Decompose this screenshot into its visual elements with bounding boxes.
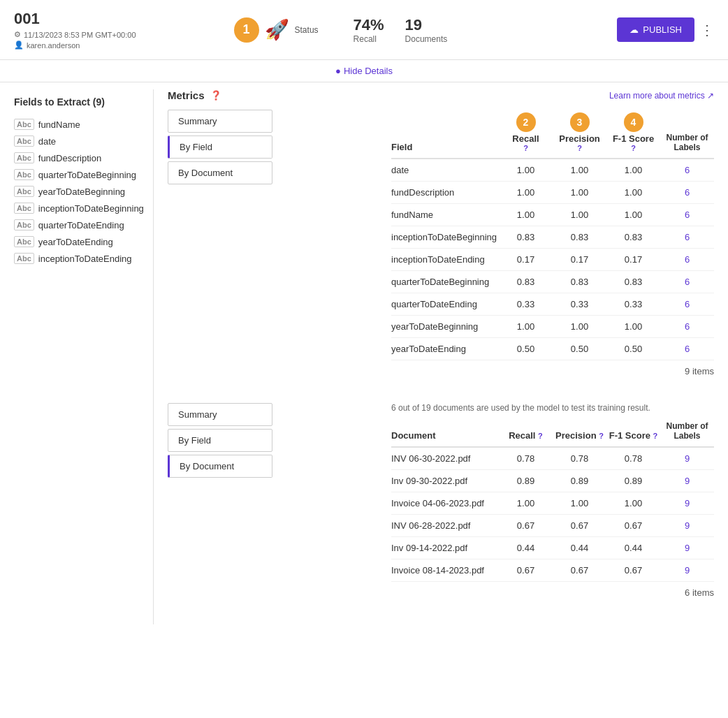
cell-precision: 1.00 [553, 321, 606, 332]
cell-doc-f1: 0.78 [606, 453, 660, 464]
cell-f1: 1.00 [606, 321, 660, 332]
cell-precision: 0.83 [553, 232, 606, 242]
cell-recall: 0.83 [499, 232, 553, 242]
cell-precision: 0.17 [553, 254, 606, 265]
more-options-icon[interactable]: ⋮ [700, 22, 714, 38]
table-row: inceptionToDateBeginning 0.83 0.83 0.83 … [391, 226, 714, 249]
cell-labels[interactable]: 6 [660, 344, 714, 354]
tab-summary-bottom[interactable]: Summary [168, 403, 272, 426]
documents-stat: 19 Documents [405, 16, 448, 44]
table-row: Invoice 04-06-2023.pdf 1.00 1.00 1.00 9 [391, 492, 714, 515]
cell-f1: 0.33 [606, 299, 660, 309]
tab-summary-top[interactable]: Summary [168, 110, 272, 133]
field-type-icon: Abc [14, 236, 34, 247]
documents-value: 19 [405, 16, 448, 34]
table-row: Inv 09-30-2022.pdf 0.89 0.89 0.89 9 [391, 470, 714, 492]
badge-3: 3 [570, 112, 590, 132]
by-document-table-header: Document Recall ? Precision ? F-1 Score [391, 418, 714, 448]
field-name: quarterToDateEnding [38, 220, 124, 230]
cell-doc-labels[interactable]: 9 [660, 476, 714, 486]
table-row: yearToDateEnding 0.50 0.50 0.50 6 [391, 338, 714, 360]
header-actions: ☁ PUBLISH ⋮ [617, 17, 714, 42]
cell-doc-labels[interactable]: 9 [660, 453, 714, 464]
by-document-items-count: 6 items [391, 582, 714, 603]
f1-hint-icon[interactable]: ? [631, 144, 636, 152]
table-row: quarterToDateEnding 0.33 0.33 0.33 6 [391, 293, 714, 316]
cell-document: INV 06-28-2022.pdf [391, 520, 499, 531]
cell-doc-precision: 0.67 [553, 565, 606, 576]
cell-doc-labels[interactable]: 9 [660, 520, 714, 531]
tab-by-document-top[interactable]: By Document [168, 161, 272, 184]
table-row: fundName 1.00 1.00 1.00 6 [391, 204, 714, 226]
field-type-icon: Abc [14, 186, 34, 197]
table-row: quarterToDateBeginning 0.83 0.83 0.83 6 [391, 271, 714, 293]
cell-f1: 1.00 [606, 165, 660, 175]
cell-recall: 0.83 [499, 277, 553, 287]
cell-doc-precision: 0.78 [553, 453, 606, 464]
cell-recall: 1.00 [499, 187, 553, 198]
field-name: fundDescription [38, 153, 101, 163]
cell-precision: 0.33 [553, 299, 606, 309]
cell-labels[interactable]: 6 [660, 232, 714, 242]
header-date: ⚙ 11/13/2023 8:53 PM GMT+00:00 [14, 30, 136, 39]
by-field-table-header: Field 2 Recall ? 3 Prec [391, 110, 714, 159]
cell-precision: 0.50 [553, 344, 606, 354]
table-row: Inv 09-14-2022.pdf 0.44 0.44 0.44 9 [391, 537, 714, 559]
cell-labels[interactable]: 6 [660, 321, 714, 332]
badge-4: 4 [624, 112, 643, 132]
top-nav-tabs: Summary By Field By Document [168, 110, 272, 371]
by-field-section: Summary By Field By Document Field [168, 110, 714, 382]
metrics-help-icon[interactable]: ❓ [210, 90, 221, 101]
cell-doc-recall: 0.89 [499, 476, 553, 486]
table-row: Invoice 08-14-2023.pdf 0.67 0.67 0.67 9 [391, 559, 714, 582]
cell-document: Inv 09-14-2022.pdf [391, 543, 499, 553]
cell-labels[interactable]: 6 [660, 210, 714, 220]
cell-doc-precision: 0.44 [553, 543, 606, 553]
by-field-rows: date 1.00 1.00 1.00 6 fundDescription 1.… [391, 159, 714, 360]
doc-f1-hint[interactable]: ? [653, 432, 658, 440]
header-stats: 74% Recall 19 Documents [354, 16, 448, 44]
tab-by-field-top[interactable]: By Field [168, 135, 272, 159]
content: Metrics ❓ Learn more about metrics ↗ Sum… [154, 89, 728, 624]
recall-label: Recall [354, 34, 384, 44]
table-row: date 1.00 1.00 1.00 6 [391, 159, 714, 182]
cell-labels[interactable]: 6 [660, 254, 714, 265]
cell-doc-labels[interactable]: 9 [660, 543, 714, 553]
cell-document: Invoice 04-06-2023.pdf [391, 498, 499, 508]
col-doc-recall-header: Recall ? [499, 430, 553, 441]
cell-labels[interactable]: 6 [660, 165, 714, 175]
fields-list: AbcfundNameAbcdateAbcfundDescriptionAbcq… [14, 116, 139, 267]
recall-hint-icon[interactable]: ? [523, 144, 528, 152]
recall-stat: 74% Recall [354, 16, 384, 44]
cell-f1: 0.50 [606, 344, 660, 354]
field-type-icon: Abc [14, 203, 34, 214]
user-icon: 👤 [14, 41, 24, 50]
tab-by-document-bottom[interactable]: By Document [168, 455, 272, 478]
tab-by-field-bottom[interactable]: By Field [168, 429, 272, 452]
cell-doc-labels[interactable]: 9 [660, 498, 714, 508]
header-status: 1 🚀 Status [234, 17, 319, 43]
metrics-title: Metrics [168, 89, 205, 101]
cell-labels[interactable]: 6 [660, 277, 714, 287]
cell-labels[interactable]: 6 [660, 299, 714, 309]
by-field-items-count: 9 items [391, 360, 714, 382]
field-name: yearToDateBeginning [38, 186, 125, 197]
col-document-header: Document [391, 430, 499, 441]
cell-doc-labels[interactable]: 9 [660, 565, 714, 576]
doc-precision-hint[interactable]: ? [599, 432, 604, 440]
col-labels-header: Number of Labels [660, 133, 714, 152]
learn-more-link[interactable]: Learn more about metrics ↗ [609, 91, 714, 101]
col-f1-header: 4 F-1 Score ? [606, 112, 660, 152]
field-item: AbcinceptionToDateBeginning [14, 200, 139, 217]
precision-hint-icon[interactable]: ? [577, 144, 582, 152]
publish-button[interactable]: ☁ PUBLISH [617, 17, 694, 42]
section-info: 6 out of 19 documents are used by the mo… [391, 403, 714, 413]
cell-doc-recall: 1.00 [499, 498, 553, 508]
col-doc-precision-header: Precision ? [553, 430, 606, 441]
cell-recall: 0.33 [499, 299, 553, 309]
hide-details-button[interactable]: ● Hide Details [335, 66, 393, 76]
cell-f1: 0.17 [606, 254, 660, 265]
doc-recall-hint[interactable]: ? [538, 432, 543, 440]
cell-f1: 1.00 [606, 210, 660, 220]
cell-labels[interactable]: 6 [660, 187, 714, 198]
